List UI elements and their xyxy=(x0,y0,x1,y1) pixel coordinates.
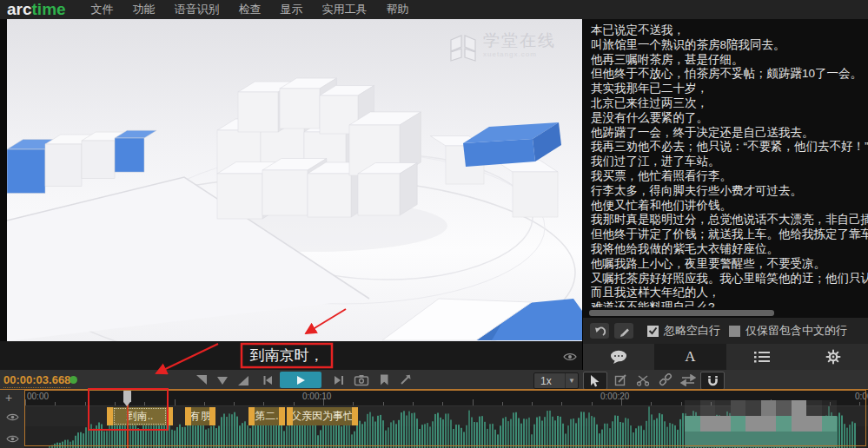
script-line[interactable]: 我将他给我做的紫毛大衣铺好座位。 xyxy=(591,242,868,257)
video-letterbox xyxy=(0,19,7,341)
script-line[interactable]: 我再三劝他不必去；他只说：“不要紧，他们去不好！” xyxy=(591,140,868,155)
mosaic-cell xyxy=(700,416,716,432)
block-left-handle[interactable] xyxy=(107,407,113,425)
block-right-handle[interactable] xyxy=(209,407,215,425)
tab-subtitle-list[interactable] xyxy=(726,344,798,370)
swap-tool-button[interactable] xyxy=(677,372,699,388)
script-line[interactable]: 而且我这样大年纪的人， xyxy=(591,286,868,300)
script-line[interactable]: 本已说定不送我， xyxy=(591,23,868,38)
edit-pencil-button[interactable] xyxy=(614,323,633,339)
menu-item-6[interactable]: 帮助 xyxy=(377,0,419,19)
bookmark-button[interactable] xyxy=(375,372,393,387)
script-line[interactable]: 我买票，他忙着照看行李。 xyxy=(591,169,868,184)
timecode[interactable]: 00:00:03.668 xyxy=(3,373,70,388)
subtitle-block[interactable]: 父亲因为事忙 xyxy=(287,407,358,425)
mosaic-cell xyxy=(792,432,807,447)
block-right-handle[interactable] xyxy=(279,407,285,425)
script-line[interactable]: 他踌躇了一会，终于决定还是自己送我去。 xyxy=(591,126,868,141)
block-left-handle[interactable] xyxy=(185,407,191,425)
timeline-panel[interactable]: 00:000:00:100:00:200:00 到南..有朋第二.父亲因为事忙 … xyxy=(0,390,868,448)
mosaic-cell xyxy=(745,416,761,432)
mosaic-cell xyxy=(822,432,838,447)
snapshot-camera-button[interactable] xyxy=(353,372,370,387)
block-label[interactable]: 有朋 xyxy=(191,407,209,425)
ignore-blank-label[interactable]: 忽略空白行 xyxy=(664,323,720,339)
tab-settings[interactable] xyxy=(798,344,868,370)
audio-track-eye-icon[interactable] xyxy=(6,432,19,447)
play-button[interactable] xyxy=(280,372,321,388)
link-tool-button[interactable] xyxy=(654,372,677,388)
menu-item-0[interactable]: 文件 xyxy=(82,0,123,19)
mark-out-button[interactable] xyxy=(235,372,252,387)
mosaic-cell xyxy=(685,432,700,447)
mosaic-cell xyxy=(731,416,746,432)
subtitle-block[interactable]: 第二. xyxy=(248,407,285,425)
scissors-tool-button[interactable] xyxy=(632,372,654,388)
magnet-snap-button[interactable] xyxy=(700,372,725,390)
keep-chinese-checkbox[interactable] xyxy=(729,326,740,337)
subtitle-block[interactable]: 有朋 xyxy=(185,407,215,425)
script-line[interactable]: 其实我那年已二十岁， xyxy=(591,82,868,96)
script-line[interactable]: 他便又忙着和他们讲价钱。 xyxy=(591,199,868,214)
block-right-handle[interactable] xyxy=(352,407,358,425)
script-line[interactable]: 但他终于不放心，怕茶房不妥帖；颇踌躇10了一会。 xyxy=(591,67,868,82)
skip-forward-button[interactable] xyxy=(330,372,348,387)
track-header-column: + xyxy=(0,390,24,448)
horizontal-scrollbar[interactable] xyxy=(589,310,774,316)
add-track-button[interactable]: + xyxy=(5,392,12,403)
subtitle-preview-bar: 到南京时， xyxy=(0,341,582,370)
select-tool-button[interactable] xyxy=(583,372,607,390)
block-left-handle[interactable] xyxy=(248,407,255,425)
script-line[interactable]: 他嘱我路上小心，夜里要警醒些，不要受凉。 xyxy=(591,257,868,272)
subtitle-block[interactable]: 到南.. xyxy=(107,407,173,425)
eye-icon[interactable] xyxy=(563,350,577,366)
undo-button[interactable] xyxy=(590,323,609,339)
skip-back-button[interactable] xyxy=(259,372,276,387)
menu-item-4[interactable]: 显示 xyxy=(271,0,313,19)
panel-tabs: A xyxy=(583,344,868,370)
xuetang-logo-icon xyxy=(448,31,478,63)
mosaic-cell xyxy=(806,416,822,432)
script-line[interactable]: 我那时真是聪明过分，总觉他说话不大漂亮，非自己插嘴不可 xyxy=(591,213,868,227)
ignore-blank-checkbox[interactable] xyxy=(647,326,659,337)
menu-item-3[interactable]: 检查 xyxy=(229,0,271,19)
block-left-handle[interactable] xyxy=(287,407,293,425)
tab-comments[interactable] xyxy=(583,344,654,370)
tab-text-style[interactable]: A xyxy=(654,344,726,370)
script-line[interactable]: 我们过了江，进了车站。 xyxy=(591,155,868,169)
menu-item-1[interactable]: 功能 xyxy=(123,0,165,19)
quick-drag-button[interactable] xyxy=(396,372,414,387)
script-line[interactable]: 又嘱托茶房好好照应我。我心里暗笑他的迂；他们只认得钱 xyxy=(591,272,868,287)
list-icon xyxy=(753,350,771,364)
move-down-button[interactable] xyxy=(214,372,231,387)
video-preview[interactable]: 学堂在线 xuetangx.com xyxy=(0,19,582,341)
script-line[interactable]: 但他终于讲定了价钱；就送我上车。他给我拣定了靠车门的一张椅子 xyxy=(591,227,868,242)
block-right-handle[interactable] xyxy=(167,407,173,425)
menu-item-2[interactable]: 语音识别 xyxy=(165,0,229,19)
keep-chinese-label[interactable]: 仅保留包含中文的行 xyxy=(745,323,847,339)
mosaic-cell xyxy=(776,432,792,447)
script-line[interactable]: 难道还不能料理自己么? xyxy=(591,300,868,307)
script-line-list[interactable]: 本已说定不送我，叫旅馆里一个熟识的茶房8陪我同去。他再三嘱咐茶房，甚是仔细。但他… xyxy=(583,19,868,307)
subtitle-track-eye-icon[interactable] xyxy=(6,410,19,425)
menu-item-5[interactable]: 实用工具 xyxy=(313,0,377,19)
speech-bubble-icon xyxy=(609,349,628,366)
block-label[interactable]: 父亲因为事忙 xyxy=(293,407,352,425)
transport-bar: 00:00:03.668 1x ▼ xyxy=(0,370,868,390)
watermark-url: xuetangx.com xyxy=(483,50,556,58)
block-label[interactable]: 第二. xyxy=(255,407,279,425)
script-line[interactable]: 他再三嘱咐茶房，甚是仔细。 xyxy=(591,53,868,68)
menu-item-list: 文件功能语音识别检查显示实用工具帮助 xyxy=(82,0,419,19)
script-line[interactable]: 是没有什么要紧的了。 xyxy=(591,111,868,126)
script-line[interactable]: 北京已来往过两三次， xyxy=(591,96,868,111)
script-line[interactable]: 叫旅馆里一个熟识的茶房8陪我同去。 xyxy=(591,38,868,53)
current-subtitle-text[interactable]: 到南京时， xyxy=(0,341,573,370)
mosaic-cell xyxy=(731,400,746,416)
script-line[interactable]: 行李太多，得向脚夫行些小费才可过去。 xyxy=(591,184,868,199)
block-label[interactable]: 到南.. xyxy=(113,407,167,425)
playhead-handle[interactable] xyxy=(123,390,131,402)
mosaic-cell xyxy=(822,416,838,432)
mark-in-button[interactable] xyxy=(193,372,210,387)
edit-tool-button[interactable] xyxy=(609,372,632,388)
playback-speed-select[interactable]: 1x ▼ xyxy=(533,372,579,389)
